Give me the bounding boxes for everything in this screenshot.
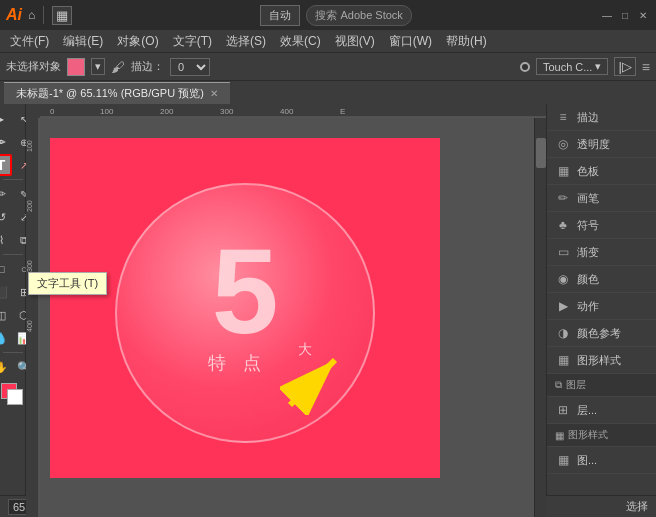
ruler-left: 100 200 300 400 [26, 118, 40, 517]
home-icon[interactable]: ⌂ [28, 8, 35, 22]
actions-label: 动作 [577, 299, 599, 314]
align-icon[interactable]: ≡ [642, 59, 650, 75]
type-tool[interactable]: T [0, 154, 12, 176]
panel-item-graphicstyles2[interactable]: ▦ 图... [547, 447, 656, 474]
title-center: 自动 搜索 Adobe Stock [78, 5, 594, 26]
arrow-svg [280, 335, 360, 415]
symbols-label: 符号 [577, 218, 599, 233]
layers2-icon: ⊞ [555, 402, 571, 418]
stroke-panel-label: 描边 [577, 110, 599, 125]
fill-color-swatch[interactable] [67, 58, 85, 76]
color-swatch-area [1, 383, 25, 413]
menu-window[interactable]: 窗口(W) [383, 31, 438, 52]
menu-edit[interactable]: 编辑(E) [57, 31, 109, 52]
rectangle-tool[interactable]: □ [0, 258, 12, 280]
panel-item-stroke[interactable]: ≡ 描边 [547, 104, 656, 131]
menu-view[interactable]: 视图(V) [329, 31, 381, 52]
background-color[interactable] [7, 389, 23, 405]
svg-text:200: 200 [160, 107, 174, 116]
panel-item-symbols[interactable]: ♣ 符号 [547, 212, 656, 239]
symbols-icon: ♣ [555, 217, 571, 233]
panel-item-graphicstyles[interactable]: ▦ 图形样式 [547, 347, 656, 374]
eyedropper-tool[interactable]: 💧 [0, 327, 12, 349]
graphicstyles2-icon: ▦ [555, 430, 564, 441]
canvas-area[interactable]: 5 特 点 大 [40, 118, 534, 517]
menu-text[interactable]: 文字(T) [167, 31, 218, 52]
right-panel: ≡ 描边 ◎ 透明度 ▦ 色板 ✏ 画笔 ♣ 符号 ▭ 渐变 ◉ 颜色 ▶ 动作 [546, 104, 656, 495]
graphicstyles2-item-icon: ▦ [555, 452, 571, 468]
yellow-arrow [280, 335, 360, 418]
maximize-button[interactable]: □ [618, 8, 632, 22]
tool-tooltip: 文字工具 (T) [28, 272, 107, 295]
layout-button[interactable]: ▦ [52, 6, 72, 25]
fill-dropdown[interactable]: ▾ [91, 58, 105, 75]
te-dian-text: 特 点 [208, 351, 267, 375]
panel-item-gradient[interactable]: ▭ 渐变 [547, 239, 656, 266]
ruler-top: 0 100 200 300 400 E [40, 104, 546, 118]
pen-tool[interactable]: ✒ [0, 131, 12, 153]
svg-text:400: 400 [26, 320, 33, 332]
title-bar: Ai ⌂ ▦ 自动 搜索 Adobe Stock — □ ✕ [0, 0, 656, 30]
menu-file[interactable]: 文件(F) [4, 31, 55, 52]
status-text: 选择 [626, 499, 648, 514]
swatches-label: 色板 [577, 164, 599, 179]
touch-button[interactable]: Touch C...▾ [536, 58, 609, 75]
graphicstyles-icon: ▦ [555, 352, 571, 368]
hand-tool[interactable]: ✋ [0, 356, 12, 378]
options-extra[interactable]: |▷ [614, 57, 635, 76]
ruler-content-row: 100 200 300 400 5 特 点 大 [26, 118, 546, 517]
panel-item-brushes[interactable]: ✏ 画笔 [547, 185, 656, 212]
touch-dot [520, 62, 530, 72]
paint-bucket-tool[interactable]: ⬛ [0, 281, 12, 303]
ruler-top-svg: 0 100 200 300 400 E [40, 104, 546, 118]
tab-close-button[interactable]: ✕ [210, 88, 218, 99]
scrollbar-thumb[interactable] [536, 138, 546, 168]
panel-section-graphicstyles2: ▦ 图形样式 [547, 424, 656, 447]
minimize-button[interactable]: — [600, 8, 614, 22]
menu-object[interactable]: 对象(O) [111, 31, 164, 52]
tab-title: 未标题-1* @ 65.11% (RGB/GPU 预览) [16, 86, 204, 101]
actions-icon: ▶ [555, 298, 571, 314]
svg-text:100: 100 [100, 107, 114, 116]
menu-effect[interactable]: 效果(C) [274, 31, 327, 52]
swatches-icon: ▦ [555, 163, 571, 179]
menu-select[interactable]: 选择(S) [220, 31, 272, 52]
search-stock[interactable]: 搜索 Adobe Stock [306, 5, 411, 26]
panel-item-color[interactable]: ◉ 颜色 [547, 266, 656, 293]
panel-item-swatches[interactable]: ▦ 色板 [547, 158, 656, 185]
panel-item-actions[interactable]: ▶ 动作 [547, 293, 656, 320]
menu-help[interactable]: 帮助(H) [440, 31, 493, 52]
main-area: ▸ ↖ ✒ ⊕ T ↗ ✏ ✎ ↺ ⤢ ⌇ ⧉ □ ○ ⬛ [0, 104, 656, 495]
svg-text:100: 100 [26, 140, 33, 152]
color-label: 颜色 [577, 272, 599, 287]
graphicstyles2-item-label: 图... [577, 453, 597, 468]
panel-section-layers: ⧉ 图层 [547, 374, 656, 397]
transparency-label: 透明度 [577, 137, 610, 152]
vertical-scrollbar[interactable] [534, 118, 546, 517]
svg-text:E: E [340, 107, 345, 116]
number-5: 5 [212, 231, 279, 351]
layers-section-icon: ⧉ [555, 379, 562, 391]
active-tab[interactable]: 未标题-1* @ 65.11% (RGB/GPU 预览) ✕ [4, 82, 230, 104]
ruler-left-svg: 100 200 300 400 [26, 118, 40, 517]
selection-tool[interactable]: ▸ [0, 108, 12, 130]
gradient-tool[interactable]: ◫ [0, 304, 12, 326]
warp-tool[interactable]: ⌇ [0, 229, 12, 251]
brush-icon: 🖌 [111, 59, 125, 75]
brush-tool[interactable]: ✏ [0, 183, 12, 205]
rotate-tool[interactable]: ↺ [0, 206, 12, 228]
svg-text:300: 300 [26, 260, 33, 272]
menu-bar: 文件(F) 编辑(E) 对象(O) 文字(T) 选择(S) 效果(C) 视图(V… [0, 30, 656, 52]
panel-item-transparency[interactable]: ◎ 透明度 [547, 131, 656, 158]
svg-text:0: 0 [50, 107, 55, 116]
panel-item-colorguide[interactable]: ◑ 颜色参考 [547, 320, 656, 347]
auto-arrange-dropdown[interactable]: 自动 [260, 5, 300, 26]
stroke-dropdown[interactable]: 0 [170, 58, 210, 76]
gradient-label: 渐变 [577, 245, 599, 260]
options-bar: 未选择对象 ▾ 🖌 描边： 0 Touch C...▾ |▷ ≡ [0, 52, 656, 80]
close-button[interactable]: ✕ [636, 8, 650, 22]
graphicstyles2-label: 图形样式 [568, 428, 608, 442]
svg-text:200: 200 [26, 200, 33, 212]
panel-item-layers2[interactable]: ⊞ 层... [547, 397, 656, 424]
svg-text:300: 300 [220, 107, 234, 116]
